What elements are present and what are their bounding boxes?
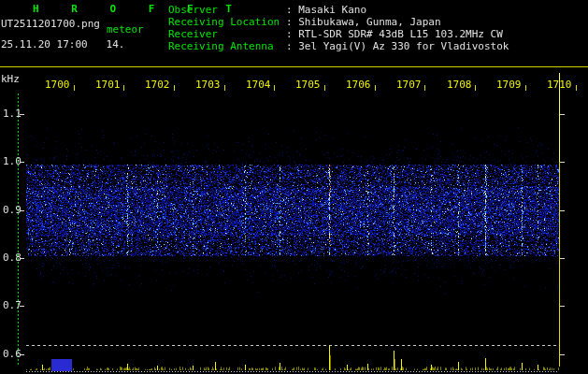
- info-row: Receiving Antenna: 3el Yagi(V) Az 330 fo…: [168, 40, 509, 52]
- station-id: meteor: [107, 23, 144, 36]
- info-value: : RTL-SDR SDR# 43dB L15 103.2MHz CW: [286, 28, 503, 40]
- time-tick-label: 1706: [346, 79, 371, 91]
- info-value: : 3el Yagi(V) Az 330 for Vladivostok: [286, 40, 509, 52]
- hrofft-screen: H R O F F T UT2511201700.png meteor 25.1…: [0, 0, 588, 374]
- time-tick-label: 1700: [45, 79, 70, 91]
- info-value: : Masaki Kano: [286, 4, 366, 16]
- freq-tick-label: 0.8: [3, 252, 22, 264]
- time-tick-label: 1702: [145, 79, 170, 91]
- filename-label: UT2511201700.png: [1, 18, 100, 30]
- calibration-marker: [51, 359, 72, 371]
- spectrogram-canvas: [0, 0, 588, 374]
- freq-tick-label: 0.6: [3, 348, 22, 360]
- time-tick-label: 1708: [447, 79, 472, 91]
- freq-tick-label: 1.1: [3, 108, 22, 120]
- time-tick-label: 1703: [195, 79, 221, 91]
- divider-line: [0, 66, 588, 67]
- info-row: Receiving Location: Shibukawa, Gunma, Ja…: [168, 16, 441, 28]
- info-value: : Shibukawa, Gunma, Japan: [286, 16, 441, 28]
- info-label: Receiver: [168, 28, 286, 40]
- freq-tick-label: 0.9: [3, 204, 22, 216]
- time-tick-label: 1701: [95, 79, 121, 91]
- info-label: Receiving Antenna: [168, 40, 286, 52]
- time-tick-label: 1704: [246, 79, 271, 91]
- info-row: Receiver: RTL-SDR SDR# 43dB L15 103.2MHz…: [168, 28, 503, 40]
- time-tick-label: 1709: [496, 79, 522, 91]
- datetime-label: 25.11.20 17:00 14.: [1, 38, 124, 50]
- info-label: Observer: [168, 4, 286, 16]
- info-label: Receiving Location: [168, 16, 286, 28]
- time-tick-label: 1710: [547, 79, 572, 91]
- freq-tick-label: 1.0: [3, 155, 22, 167]
- info-row: Observer: Masaki Kano: [168, 4, 366, 16]
- time-tick-label: 1705: [295, 79, 321, 91]
- time-tick-label: 1707: [396, 79, 422, 91]
- freq-tick-label: 0.7: [3, 299, 22, 311]
- freq-unit-label: kHz: [1, 73, 20, 85]
